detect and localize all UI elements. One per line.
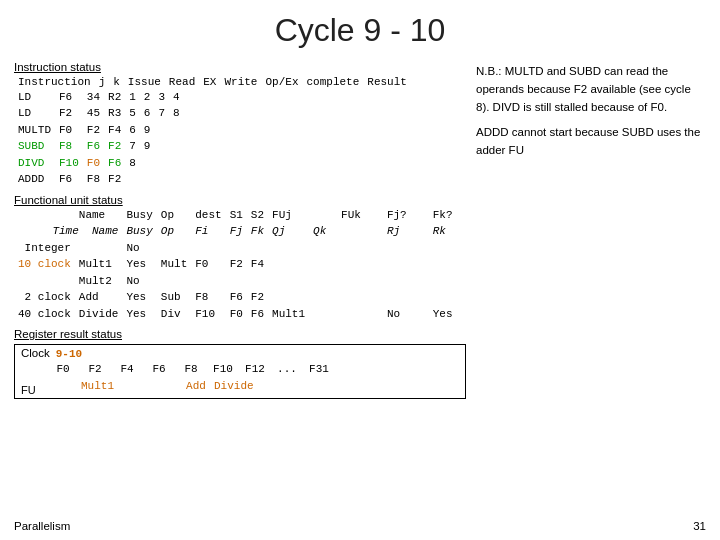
fu-rj: [383, 240, 411, 257]
inst-k: R3: [104, 105, 125, 122]
fu-col-busy: Busy: [122, 207, 156, 224]
inst-name: LD: [14, 89, 55, 106]
table-row: Mult2 No: [14, 273, 457, 290]
col-ex-label: EX: [199, 74, 220, 91]
col-write-label: Write: [220, 74, 261, 91]
inst-opex: 2: [140, 89, 155, 106]
fu-blank3: [411, 273, 429, 290]
fu-fk: F2: [247, 289, 268, 306]
instruction-status-table: Instruction j k Issue Read EX Write Op/E…: [14, 74, 411, 91]
fu-subhead-rk3: Rk: [429, 223, 457, 240]
inst-issue: 6: [125, 122, 140, 139]
fu-fj: [226, 273, 247, 290]
fu-subhead-fk: Fk: [247, 223, 268, 240]
fu-col-s2: S2: [247, 207, 268, 224]
fu-rk: [429, 273, 457, 290]
fu-rk: [429, 240, 457, 257]
notes-panel: N.B.: MULTD and SUBD can read the operan…: [476, 61, 706, 399]
fu-subhead-op: Op: [157, 223, 191, 240]
fu-qj: [268, 256, 309, 273]
reg-value: Add: [182, 378, 210, 395]
fu-qk: [309, 273, 337, 290]
fu-blank3: [411, 256, 429, 273]
fu-subhead-time-name: Time Name: [14, 223, 122, 240]
register-result-box: Clock 9-10 F0F2F4F6F8F10F12...F31 FU Mul…: [14, 344, 466, 399]
fu-fj: F0: [226, 306, 247, 323]
fu-qj: [268, 240, 309, 257]
inst-opex: [140, 171, 155, 188]
fu-qj: [268, 273, 309, 290]
inst-complete: 3: [154, 89, 169, 106]
table-row: 40 clock Divide Yes Div F10 F0 F6 Mult1 …: [14, 306, 457, 323]
inst-result: [169, 171, 184, 188]
inst-k: R2: [104, 89, 125, 106]
inst-issue: 7: [125, 138, 140, 155]
functional-unit-table: Name Busy Op dest S1 S2 FUj FUk Fj? Fk? …: [14, 207, 457, 323]
reg-header: F10: [209, 361, 237, 378]
fu-rj: [383, 273, 411, 290]
fu-rj: [383, 289, 411, 306]
inst-issue: 5: [125, 105, 140, 122]
inst-j: F2: [83, 122, 104, 139]
fu-col-rj: [365, 207, 383, 224]
fu-fi: F0: [191, 256, 225, 273]
fu-blank3: [411, 289, 429, 306]
fu-fk: [247, 273, 268, 290]
fu-col-dest: dest: [191, 207, 225, 224]
fu-blank1: [337, 256, 365, 273]
fu-busy: No: [122, 240, 156, 257]
fu-name: [75, 240, 123, 257]
page-title: Cycle 9 - 10: [0, 0, 720, 57]
fu-subhead-fi: Fi: [191, 223, 225, 240]
reg-value: [258, 378, 286, 395]
fu-name: Mult2: [75, 273, 123, 290]
fu-subhead-busy: Busy: [122, 223, 156, 240]
table-row: Integer No: [14, 240, 457, 257]
fu-rk: [429, 289, 457, 306]
fu-blank1: [337, 240, 365, 257]
table-row: LD F6 34 R2 1 2 3 4: [14, 89, 184, 106]
inst-opex: 6: [140, 105, 155, 122]
reg-header: F0: [49, 361, 77, 378]
clock-value: 9-10: [56, 348, 82, 360]
fu-busy: Yes: [122, 289, 156, 306]
inst-opex: 9: [140, 122, 155, 139]
fu-op: [157, 240, 191, 257]
register-result-status-header: Register result status: [14, 328, 466, 340]
fu-fj: [226, 240, 247, 257]
inst-name: DIVD: [14, 155, 55, 172]
inst-complete: [154, 138, 169, 155]
inst-k: F2: [104, 171, 125, 188]
inst-complete: [154, 122, 169, 139]
inst-opex: 9: [140, 138, 155, 155]
fu-subhead-rj: [337, 223, 365, 240]
fu-fi: F10: [191, 306, 225, 323]
fu-rj: No: [383, 306, 411, 323]
reg-value: [118, 378, 146, 395]
inst-j: F8: [83, 171, 104, 188]
inst-reg: F10: [55, 155, 83, 172]
inst-reg: F6: [55, 89, 83, 106]
fu-subhead-qj: Qj: [268, 223, 309, 240]
col-result: Result: [363, 74, 411, 91]
reg-value: [49, 378, 77, 395]
fu-qk: [309, 306, 337, 323]
fu-subhead-fj: Fj: [226, 223, 247, 240]
fu-blank1: [337, 306, 365, 323]
fu-qk: [309, 240, 337, 257]
inst-name: LD: [14, 105, 55, 122]
reg-header: F4: [113, 361, 141, 378]
functional-unit-status-header: Functional unit status: [14, 194, 466, 206]
inst-k: F4: [104, 122, 125, 139]
fu-rk: [429, 256, 457, 273]
fu-time: Integer: [14, 240, 75, 257]
fu-subhead-qk: Qk: [309, 223, 337, 240]
reg-value: Divide: [214, 378, 254, 395]
inst-result: [169, 138, 184, 155]
inst-complete: [154, 171, 169, 188]
fu-subhead-rk2: [411, 223, 429, 240]
inst-complete: 7: [154, 105, 169, 122]
reg-header: ...: [273, 361, 301, 378]
fu-subhead-rj2: Rj: [383, 223, 411, 240]
col-opex: Op/Ex: [261, 74, 302, 91]
